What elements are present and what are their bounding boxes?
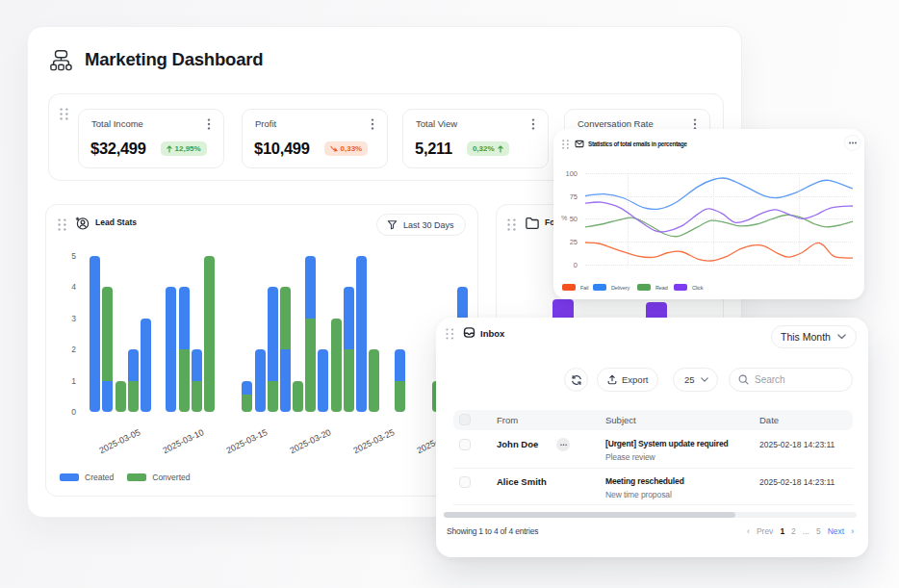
upload-icon: [607, 374, 617, 385]
bar-segment-created: [166, 287, 176, 412]
bar-segment-converted: [128, 381, 139, 412]
export-button[interactable]: Export: [597, 368, 658, 392]
horizontal-scrollbar[interactable]: [444, 512, 857, 518]
lead-bar-day-1[interactable]: [90, 256, 100, 412]
legend-swatch: [562, 284, 576, 291]
bar-segment-converted: [305, 319, 316, 412]
drag-handle-icon[interactable]: [507, 218, 516, 231]
bar-segment-created: [255, 349, 266, 412]
email-stats-line-chart: [585, 160, 853, 269]
drag-handle-icon[interactable]: [446, 328, 454, 340]
chevron-down-icon: [701, 377, 708, 382]
page-button-5[interactable]: 5: [816, 526, 821, 536]
period-filter-dropdown[interactable]: This Month: [771, 325, 857, 348]
kebab-menu-icon[interactable]: [531, 118, 535, 130]
row-subject-preview: Please review: [605, 452, 655, 462]
page-ellipsis[interactable]: ...: [803, 526, 809, 536]
row-checkbox[interactable]: [459, 476, 471, 488]
bar-segment-created: [305, 256, 316, 319]
legend-swatch: [60, 473, 79, 481]
lead-bar-day-7[interactable]: [166, 287, 176, 412]
drag-handle-icon[interactable]: [562, 140, 569, 149]
next-button[interactable]: Next: [828, 526, 844, 536]
row-from: John Doe: [497, 439, 538, 449]
legend-item-fail: Fail: [562, 284, 588, 291]
bar-segment-converted: [116, 381, 126, 412]
row-checkbox[interactable]: [459, 439, 471, 450]
bar-segment-converted: [280, 287, 291, 349]
bar-segment-converted: [344, 349, 354, 412]
lead-bar-day-5[interactable]: [141, 319, 151, 412]
refresh-icon: [571, 374, 582, 386]
kebab-menu-icon[interactable]: [371, 118, 374, 130]
bar-segment-created: [318, 349, 328, 412]
row-subject-preview: New time proposal: [605, 490, 672, 499]
bar-segment-converted: [102, 287, 113, 380]
legend-swatch: [674, 284, 687, 291]
lead-bar-day-13[interactable]: [242, 381, 252, 412]
legend-swatch: [127, 473, 146, 481]
lead-bar-day-8[interactable]: [179, 287, 190, 412]
page-title: Marketing Dashboard: [85, 49, 263, 70]
page-size-value: 25: [684, 374, 695, 385]
drag-handle-icon[interactable]: [58, 218, 66, 231]
page-size-dropdown[interactable]: 25: [673, 368, 718, 392]
row-menu-button[interactable]: [556, 438, 570, 451]
kebab-menu-icon[interactable]: [207, 118, 211, 130]
next-chevron-icon[interactable]: ›: [851, 526, 854, 536]
sitemap-icon: [50, 49, 72, 72]
drag-handle-icon[interactable]: [60, 108, 68, 120]
lead-bar-day-14[interactable]: [255, 349, 266, 412]
lead-bar-day-20[interactable]: [331, 319, 342, 412]
lead-bar-day-16[interactable]: [280, 287, 291, 412]
column-header-date: Date: [759, 415, 779, 425]
y-axis-label: 2: [59, 345, 76, 354]
y-axis-label: 0: [560, 261, 578, 269]
search-input[interactable]: [755, 374, 843, 385]
funnel-icon: [387, 219, 398, 230]
legend-item-created: Created: [60, 473, 114, 482]
page-button-2[interactable]: 2: [791, 526, 796, 536]
select-all-checkbox[interactable]: [459, 414, 471, 425]
bar-segment-created: [356, 256, 367, 412]
y-axis-unit-label: %: [561, 215, 573, 221]
stat-card-total-income: Total Income$32,49912,95%: [78, 109, 224, 168]
inbox-table-header: FromSubjectDate: [453, 410, 853, 430]
bar-segment-created: [102, 381, 113, 412]
stat-card-label: Total Income: [91, 118, 143, 129]
lead-bar-day-15[interactable]: [268, 287, 278, 412]
prev-chevron-icon[interactable]: ‹: [747, 526, 750, 536]
stat-card-label: Conversation Rate: [578, 118, 654, 129]
lead-bar-day-17[interactable]: [293, 381, 303, 412]
page-button-1[interactable]: 1: [780, 526, 784, 536]
y-axis-label: 4: [59, 282, 76, 292]
badge-text: 12,95%: [175, 145, 201, 153]
lead-bar-day-19[interactable]: [318, 349, 328, 412]
inbox-panel: [436, 318, 868, 557]
filter-button[interactable]: Last 30 Days: [376, 214, 466, 236]
lead-bar-day-4[interactable]: [128, 349, 139, 412]
lead-bar-day-10[interactable]: [204, 256, 215, 412]
lead-bar-day-18[interactable]: [305, 256, 316, 412]
y-axis-label: 5: [59, 251, 76, 261]
legend-item-read: Read: [637, 284, 668, 291]
bar-segment-converted: [395, 381, 405, 412]
legend-item-click: Click: [674, 284, 703, 291]
refresh-button[interactable]: [564, 368, 588, 392]
prev-button[interactable]: Prev: [757, 526, 773, 536]
lead-bar-day-21[interactable]: [344, 287, 354, 412]
scrollbar-thumb[interactable]: [444, 512, 735, 518]
stat-value: 5,211: [415, 140, 452, 158]
legend-label: Delivery: [611, 285, 629, 291]
lead-bar-day-9[interactable]: [192, 349, 202, 412]
lead-bar-day-2[interactable]: [102, 287, 113, 412]
lead-bar-day-3[interactable]: [116, 381, 126, 412]
lead-bar-day-23[interactable]: [369, 349, 379, 412]
panel-menu-button[interactable]: [844, 135, 860, 151]
lead-bar-day-22[interactable]: [356, 256, 367, 412]
lead-stats-legend: CreatedConverted: [60, 473, 190, 482]
legend-label: Created: [85, 473, 114, 482]
column-header-subject: Subject: [605, 415, 636, 425]
email-stats-title: Statistics of total emails in percentage: [588, 141, 687, 147]
lead-bar-day-25[interactable]: [395, 349, 405, 412]
